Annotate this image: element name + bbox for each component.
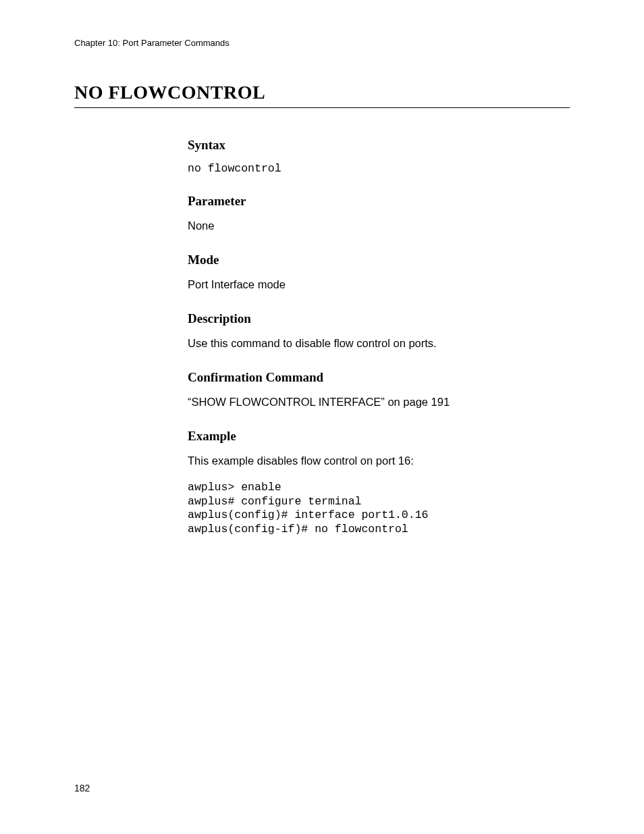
confirmation-content: “SHOW FLOWCONTROL INTERFACE” on page 191	[188, 394, 570, 410]
parameter-content: None	[188, 218, 570, 234]
parameter-heading: Parameter	[188, 194, 570, 209]
example-heading: Example	[188, 429, 570, 444]
content-area: Syntax no flowcontrol Parameter None Mod…	[188, 138, 570, 537]
confirmation-heading: Confirmation Command	[188, 370, 570, 385]
page-number: 182	[74, 783, 90, 793]
syntax-content: no flowcontrol	[188, 162, 570, 176]
page-container: Chapter 10: Port Parameter Commands NO F…	[0, 0, 644, 834]
syntax-heading: Syntax	[188, 138, 570, 153]
mode-heading: Mode	[188, 253, 570, 267]
mode-content: Port Interface mode	[188, 277, 570, 292]
description-content: Use this command to disable flow control…	[188, 336, 570, 351]
example-code: awplus> enable awplus# configure termina…	[188, 481, 570, 537]
description-heading: Description	[188, 311, 570, 326]
example-intro: This example disables flow control on po…	[188, 453, 570, 469]
page-title: NO FLOWCONTROL	[74, 82, 570, 108]
chapter-header: Chapter 10: Port Parameter Commands	[74, 38, 570, 48]
